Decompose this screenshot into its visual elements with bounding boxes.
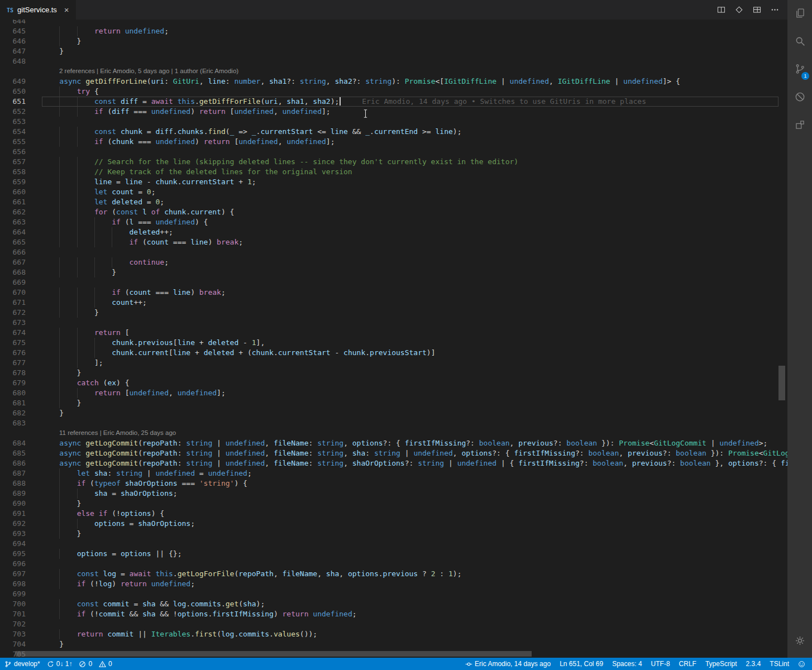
- code-text: }: [42, 399, 81, 407]
- code-line-652[interactable]: 652 if (diff === undefined) return [unde…: [0, 107, 787, 117]
- code-line-685[interactable]: 685 async getLogCommit(repoPath: string …: [0, 448, 787, 458]
- code-line-689[interactable]: 689 sha = shaOrOptions;: [0, 489, 787, 499]
- branch-indicator[interactable]: develop*: [4, 660, 40, 668]
- code-line-697[interactable]: 697 const log = await this.getLogForFile…: [0, 569, 787, 579]
- cursor-position[interactable]: Ln 651, Col 69: [560, 660, 603, 668]
- code-line-671[interactable]: 671 count++;: [0, 298, 787, 308]
- codelens-annotation[interactable]: 11 references | Eric Amodio, 25 days ago: [0, 428, 787, 438]
- code-line-691[interactable]: 691 else if (!options) {: [0, 509, 787, 519]
- code-line-660[interactable]: 660 let count = 0;: [0, 187, 787, 197]
- code-text: deleted++;: [42, 228, 173, 236]
- code-line-687[interactable]: 687 let sha: string | undefined = undefi…: [0, 468, 787, 478]
- code-line-694[interactable]: 694: [0, 539, 787, 549]
- more-actions-icon[interactable]: [770, 5, 780, 15]
- code-line-662[interactable]: 662 for (const l of chunk.current) {: [0, 207, 787, 217]
- code-line-668[interactable]: 668 }: [0, 267, 787, 277]
- activity-explorer[interactable]: [787, 0, 812, 28]
- code-line-654[interactable]: 654 const chunk = diff.chunks.find(_ => …: [0, 127, 787, 137]
- code-line-644[interactable]: 644: [0, 20, 787, 26]
- code-line-699[interactable]: 699: [0, 589, 787, 599]
- sync-status[interactable]: 0↓ 1↑: [47, 660, 73, 668]
- editor-layout-icon[interactable]: [752, 5, 762, 15]
- code-line-655[interactable]: 655 if (chunk === undefined) return [und…: [0, 137, 787, 147]
- code-line-649[interactable]: 649 async getDiffForLine(uri: GitUri, li…: [0, 76, 787, 87]
- code-line-692[interactable]: 692 options = shaOrOptions;: [0, 519, 787, 529]
- activity-extensions[interactable]: [787, 112, 812, 140]
- horizontal-scrollbar[interactable]: [16, 651, 532, 657]
- blame-status[interactable]: Eric Amodio, 14 days ago: [465, 660, 551, 668]
- code-line-676[interactable]: 676 chunk.current[line + deleted + (chun…: [0, 348, 787, 358]
- code-line-672[interactable]: 672 }: [0, 308, 787, 318]
- code-line-686[interactable]: 686 async getLogCommit(repoPath: string …: [0, 458, 787, 468]
- code-line-701[interactable]: 701 if (!commit && sha && !options.first…: [0, 609, 787, 619]
- code-line-682[interactable]: 682 }: [0, 408, 787, 418]
- language-mode[interactable]: TypeScript: [705, 660, 737, 668]
- indent-guide: [94, 267, 95, 277]
- indent-guide: [77, 348, 78, 358]
- code-line-684[interactable]: 684 async getLogCommit(repoPath: string …: [0, 438, 787, 448]
- tslint-status[interactable]: TSLint: [770, 660, 789, 668]
- code-line-675[interactable]: 675 chunk.previous[line + deleted - 1],: [0, 338, 787, 348]
- code-line-659[interactable]: 659 line = line - chunk.currentStart + 1…: [0, 177, 787, 187]
- code-line-647[interactable]: 647 }: [0, 46, 787, 56]
- codelens-annotation[interactable]: 2 references | Eric Amodio, 5 days ago |…: [0, 66, 787, 76]
- code-line-667[interactable]: 667 continue;: [0, 257, 787, 267]
- activity-settings[interactable]: [787, 628, 812, 655]
- code-line-661[interactable]: 661 let deleted = 0;: [0, 197, 787, 207]
- code-line-681[interactable]: 681 }: [0, 398, 787, 408]
- code-line-669[interactable]: 669: [0, 277, 787, 288]
- code-line-653[interactable]: 653: [0, 117, 787, 127]
- typescript-version[interactable]: 2.3.4: [746, 660, 761, 668]
- activity-search[interactable]: [787, 28, 812, 56]
- code-line-688[interactable]: 688 if (typeof shaOrOptions === 'string'…: [0, 478, 787, 489]
- code-editor[interactable]: 644645 return undefined;646 }647 }6482 r…: [0, 20, 787, 658]
- gitlens-blame-icon[interactable]: [734, 5, 744, 15]
- code-line-648[interactable]: 648: [0, 56, 787, 66]
- tab-gitservice[interactable]: TS gitService.ts ×: [0, 0, 76, 20]
- code-line-645[interactable]: 645 return undefined;: [0, 26, 787, 36]
- code-line-646[interactable]: 646 }: [0, 36, 787, 46]
- indentation[interactable]: Spaces: 4: [612, 660, 642, 668]
- code-text: }: [42, 529, 81, 538]
- code-line-700[interactable]: 700 const commit = sha && log.commits.ge…: [0, 599, 787, 609]
- code-line-690[interactable]: 690 }: [0, 499, 787, 509]
- split-editor-icon[interactable]: [717, 5, 726, 15]
- code-line-679[interactable]: 679 catch (ex) {: [0, 378, 787, 388]
- code-line-678[interactable]: 678 }: [0, 368, 787, 378]
- code-line-704[interactable]: 704 }: [0, 639, 787, 649]
- code-line-670[interactable]: 670 if (count === line) break;: [0, 288, 787, 298]
- close-icon[interactable]: ×: [61, 6, 69, 15]
- code-line-674[interactable]: 674 return [: [0, 328, 787, 338]
- code-line-703[interactable]: 703 return commit || Iterables.first(log…: [0, 629, 787, 639]
- vertical-scrollbar[interactable]: [778, 366, 785, 400]
- code-line-696[interactable]: 696: [0, 559, 787, 569]
- eol-sequence[interactable]: CRLF: [679, 660, 696, 668]
- code-line-658[interactable]: 658 // Keep track of the deleted lines f…: [0, 167, 787, 177]
- code-line-680[interactable]: 680 return [undefined, undefined];: [0, 388, 787, 398]
- code-line-665[interactable]: 665 if (count === line) break;: [0, 237, 787, 247]
- code-line-663[interactable]: 663 if (l === undefined) {: [0, 217, 787, 227]
- code-line-702[interactable]: 702: [0, 619, 787, 629]
- code-line-664[interactable]: 664 deleted++;: [0, 227, 787, 237]
- code-line-695[interactable]: 695 options = options || {};: [0, 549, 787, 559]
- code-text: if (l === undefined) {: [42, 218, 208, 226]
- code-line-651[interactable]: 651 const diff = await this.getDiffForFi…: [0, 97, 787, 107]
- code-line-650[interactable]: 650 try {: [0, 87, 787, 97]
- line-number: 688: [0, 478, 26, 489]
- code-line-693[interactable]: 693 }: [0, 529, 787, 539]
- error-count[interactable]: 0: [79, 660, 92, 668]
- activity-source-control[interactable]: 1: [787, 56, 812, 84]
- code-line-657[interactable]: 657 // Search for the line (skipping del…: [0, 157, 787, 167]
- code-line-698[interactable]: 698 if (!log) return undefined;: [0, 579, 787, 589]
- code-line-666[interactable]: 666: [0, 247, 787, 257]
- warning-count[interactable]: 0: [99, 660, 112, 668]
- encoding[interactable]: UTF-8: [651, 660, 670, 668]
- feedback[interactable]: [798, 661, 805, 668]
- code-line-656[interactable]: 656: [0, 147, 787, 157]
- cursor-position-label: Ln 651, Col 69: [560, 660, 603, 668]
- code-line-677[interactable]: 677 ];: [0, 358, 787, 368]
- activity-debug[interactable]: [787, 84, 812, 112]
- indent-guide: [59, 499, 60, 509]
- code-line-673[interactable]: 673: [0, 318, 787, 328]
- code-line-683[interactable]: 683: [0, 418, 787, 428]
